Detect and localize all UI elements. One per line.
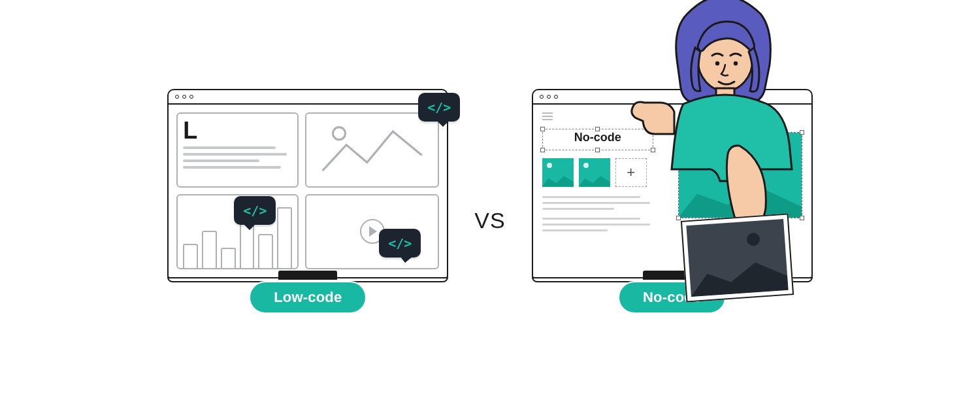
low-code-side: L bbox=[167, 89, 448, 314]
window-titlebar bbox=[533, 90, 811, 105]
code-bubble-icon: </> bbox=[379, 229, 421, 258]
hamburger-icon bbox=[542, 112, 553, 122]
image-thumb-icon bbox=[542, 158, 574, 187]
line-chart-card bbox=[305, 112, 439, 188]
window-dot-icon bbox=[540, 95, 544, 99]
add-tile: + bbox=[615, 158, 647, 187]
selected-image-block bbox=[678, 132, 802, 218]
svg-point-3 bbox=[733, 61, 737, 65]
resize-handle-icon bbox=[676, 130, 681, 135]
window-dot-icon bbox=[175, 95, 179, 99]
image-placeholder-icon bbox=[679, 133, 802, 218]
svg-point-2 bbox=[715, 61, 719, 65]
line-chart-icon bbox=[312, 119, 433, 181]
low-code-label: Low-code bbox=[249, 281, 367, 314]
window-dot-icon bbox=[554, 95, 558, 99]
drop-cap: L bbox=[183, 119, 292, 142]
resize-handle-icon bbox=[595, 148, 600, 152]
screen-body: No-code + bbox=[533, 105, 811, 277]
svg-point-1 bbox=[698, 28, 753, 91]
resize-handle-icon bbox=[651, 127, 655, 131]
text-card: L bbox=[176, 112, 299, 188]
resize-handle-icon bbox=[676, 216, 681, 220]
screen-body: L bbox=[169, 105, 447, 277]
laptop-right: No-code + bbox=[532, 89, 813, 282]
window-dot-icon bbox=[189, 95, 193, 99]
image-thumb-icon bbox=[579, 158, 610, 187]
laptop-hinge bbox=[278, 271, 337, 280]
image-placeholder-icon bbox=[686, 218, 788, 296]
window-dot-icon bbox=[182, 95, 186, 99]
window-titlebar bbox=[169, 90, 447, 105]
no-code-side: No-code + bbox=[532, 89, 813, 314]
code-bubble-icon: </> bbox=[234, 196, 276, 225]
selected-text-block: No-code bbox=[542, 129, 653, 150]
resize-handle-icon bbox=[595, 127, 600, 131]
dragged-image bbox=[681, 213, 794, 302]
code-bubble-icon: </> bbox=[418, 93, 460, 122]
laptop-left: L bbox=[167, 89, 448, 282]
resize-handle-icon bbox=[800, 216, 804, 220]
text-lines-placeholder bbox=[183, 146, 292, 169]
laptop-screen: L bbox=[167, 89, 448, 278]
editor-text-label: No-code bbox=[546, 131, 650, 144]
resize-handle-icon bbox=[800, 130, 804, 135]
vs-label: VS bbox=[474, 208, 505, 233]
resize-handle-icon bbox=[540, 127, 545, 131]
resize-handle-icon bbox=[651, 148, 655, 152]
svg-point-0 bbox=[333, 127, 345, 139]
resize-handle-icon bbox=[540, 148, 545, 152]
laptop-screen: No-code + bbox=[532, 89, 813, 278]
window-dot-icon bbox=[547, 95, 551, 99]
